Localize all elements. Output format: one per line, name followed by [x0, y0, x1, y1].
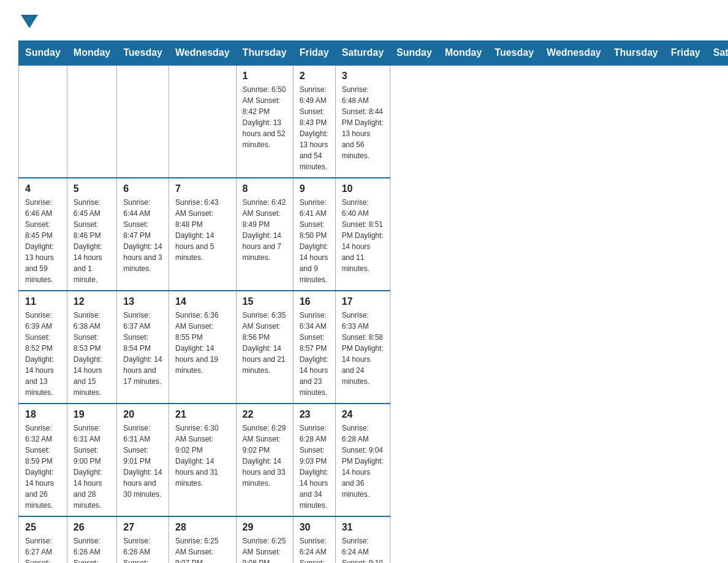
calendar-cell: 21Sunrise: 6:30 AM Sunset: 9:02 PM Dayli…: [169, 404, 236, 516]
day-info: Sunrise: 6:40 AM Sunset: 8:51 PM Dayligh…: [342, 197, 384, 274]
day-info: Sunrise: 6:34 AM Sunset: 8:57 PM Dayligh…: [300, 310, 329, 398]
calendar-cell: 17Sunrise: 6:33 AM Sunset: 8:58 PM Dayli…: [335, 291, 390, 404]
day-number: 11: [25, 296, 61, 307]
calendar-cell: 12Sunrise: 6:38 AM Sunset: 8:53 PM Dayli…: [67, 291, 116, 404]
day-number: 28: [175, 522, 230, 533]
page-header: [18, 12, 710, 28]
day-info: Sunrise: 6:26 AM Sunset: 9:07 PM Dayligh…: [123, 535, 162, 563]
day-info: Sunrise: 6:26 AM Sunset: 9:06 PM Dayligh…: [74, 535, 110, 563]
calendar-cell: 19Sunrise: 6:31 AM Sunset: 9:00 PM Dayli…: [67, 404, 116, 516]
day-info: Sunrise: 6:29 AM Sunset: 9:02 PM Dayligh…: [243, 423, 287, 489]
logo-triangle-icon: [21, 15, 38, 28]
day-of-week-header: Friday: [293, 41, 335, 66]
calendar-cell: 28Sunrise: 6:25 AM Sunset: 9:07 PM Dayli…: [169, 516, 236, 563]
day-of-week-header: Thursday: [607, 41, 664, 66]
day-info: Sunrise: 6:42 AM Sunset: 8:49 PM Dayligh…: [243, 197, 287, 263]
day-of-week-header: Saturday: [707, 41, 728, 66]
day-of-week-header: Friday: [664, 41, 707, 66]
calendar-cell: 31Sunrise: 6:24 AM Sunset: 9:10 PM Dayli…: [335, 516, 390, 563]
calendar-week-row: 18Sunrise: 6:32 AM Sunset: 8:59 PM Dayli…: [19, 404, 729, 516]
calendar-cell: 6Sunrise: 6:44 AM Sunset: 8:47 PM Daylig…: [117, 178, 169, 291]
calendar-cell: [169, 65, 236, 178]
calendar-cell: 30Sunrise: 6:24 AM Sunset: 9:09 PM Dayli…: [293, 516, 335, 563]
day-info: Sunrise: 6:32 AM Sunset: 8:59 PM Dayligh…: [25, 423, 61, 511]
calendar-cell: 26Sunrise: 6:26 AM Sunset: 9:06 PM Dayli…: [67, 516, 116, 563]
day-number: 24: [342, 409, 384, 420]
day-of-week-header: Sunday: [390, 41, 439, 66]
calendar-week-row: 4Sunrise: 6:46 AM Sunset: 8:45 PM Daylig…: [19, 178, 729, 291]
day-info: Sunrise: 6:28 AM Sunset: 9:04 PM Dayligh…: [342, 423, 384, 500]
calendar-table: SundayMondayTuesdayWednesdayThursdayFrid…: [18, 40, 728, 563]
calendar-cell: 5Sunrise: 6:45 AM Sunset: 8:46 PM Daylig…: [67, 178, 116, 291]
day-info: Sunrise: 6:27 AM Sunset: 9:05 PM Dayligh…: [25, 535, 61, 563]
logo: [18, 12, 38, 28]
calendar-header-row: SundayMondayTuesdayWednesdayThursdayFrid…: [19, 41, 729, 66]
day-number: 27: [123, 522, 162, 533]
day-info: Sunrise: 6:48 AM Sunset: 8:44 PM Dayligh…: [342, 84, 384, 161]
day-number: 9: [300, 183, 329, 194]
day-of-week-header: Saturday: [335, 41, 390, 66]
day-info: Sunrise: 6:45 AM Sunset: 8:46 PM Dayligh…: [74, 197, 110, 285]
day-info: Sunrise: 6:30 AM Sunset: 9:02 PM Dayligh…: [175, 423, 230, 489]
calendar-cell: 15Sunrise: 6:35 AM Sunset: 8:56 PM Dayli…: [236, 291, 293, 404]
calendar-cell: 2Sunrise: 6:49 AM Sunset: 8:43 PM Daylig…: [293, 65, 335, 178]
day-of-week-header: Wednesday: [540, 41, 608, 66]
day-number: 18: [25, 409, 61, 420]
day-number: 6: [123, 183, 162, 194]
calendar-cell: 23Sunrise: 6:28 AM Sunset: 9:03 PM Dayli…: [293, 404, 335, 516]
day-info: Sunrise: 6:28 AM Sunset: 9:03 PM Dayligh…: [300, 423, 329, 511]
day-info: Sunrise: 6:35 AM Sunset: 8:56 PM Dayligh…: [243, 310, 287, 376]
day-info: Sunrise: 6:44 AM Sunset: 8:47 PM Dayligh…: [123, 197, 162, 274]
day-of-week-header: Wednesday: [169, 41, 236, 66]
calendar-cell: 25Sunrise: 6:27 AM Sunset: 9:05 PM Dayli…: [19, 516, 67, 563]
calendar-cell: 16Sunrise: 6:34 AM Sunset: 8:57 PM Dayli…: [293, 291, 335, 404]
day-number: 23: [300, 409, 329, 420]
day-info: Sunrise: 6:38 AM Sunset: 8:53 PM Dayligh…: [74, 310, 110, 398]
day-info: Sunrise: 6:37 AM Sunset: 8:54 PM Dayligh…: [123, 310, 162, 387]
calendar-cell: [67, 65, 116, 178]
calendar-cell: [19, 65, 67, 178]
day-number: 21: [175, 409, 230, 420]
day-number: 8: [243, 183, 287, 194]
day-number: 1: [243, 71, 287, 82]
day-info: Sunrise: 6:31 AM Sunset: 9:00 PM Dayligh…: [74, 423, 110, 511]
day-info: Sunrise: 6:50 AM Sunset: 8:42 PM Dayligh…: [243, 84, 287, 150]
day-number: 7: [175, 183, 230, 194]
day-info: Sunrise: 6:43 AM Sunset: 8:48 PM Dayligh…: [175, 197, 230, 263]
calendar-cell: 20Sunrise: 6:31 AM Sunset: 9:01 PM Dayli…: [117, 404, 169, 516]
day-number: 10: [342, 183, 384, 194]
day-info: Sunrise: 6:24 AM Sunset: 9:09 PM Dayligh…: [300, 535, 329, 563]
calendar-cell: 14Sunrise: 6:36 AM Sunset: 8:55 PM Dayli…: [169, 291, 236, 404]
day-number: 17: [342, 296, 384, 307]
calendar-cell: 11Sunrise: 6:39 AM Sunset: 8:52 PM Dayli…: [19, 291, 67, 404]
calendar-cell: 22Sunrise: 6:29 AM Sunset: 9:02 PM Dayli…: [236, 404, 293, 516]
day-info: Sunrise: 6:41 AM Sunset: 8:50 PM Dayligh…: [300, 197, 329, 285]
day-number: 5: [74, 183, 110, 194]
calendar-week-row: 11Sunrise: 6:39 AM Sunset: 8:52 PM Dayli…: [19, 291, 729, 404]
calendar-cell: 10Sunrise: 6:40 AM Sunset: 8:51 PM Dayli…: [335, 178, 390, 291]
day-of-week-header: Tuesday: [488, 41, 540, 66]
calendar-cell: [117, 65, 169, 178]
day-number: 26: [74, 522, 110, 533]
calendar-cell: 4Sunrise: 6:46 AM Sunset: 8:45 PM Daylig…: [19, 178, 67, 291]
calendar-cell: 24Sunrise: 6:28 AM Sunset: 9:04 PM Dayli…: [335, 404, 390, 516]
day-info: Sunrise: 6:25 AM Sunset: 9:07 PM Dayligh…: [175, 535, 230, 563]
day-number: 12: [74, 296, 110, 307]
day-number: 25: [25, 522, 61, 533]
day-number: 20: [123, 409, 162, 420]
day-info: Sunrise: 6:31 AM Sunset: 9:01 PM Dayligh…: [123, 423, 162, 500]
day-number: 19: [74, 409, 110, 420]
day-info: Sunrise: 6:36 AM Sunset: 8:55 PM Dayligh…: [175, 310, 230, 376]
calendar-cell: 8Sunrise: 6:42 AM Sunset: 8:49 PM Daylig…: [236, 178, 293, 291]
calendar-cell: 7Sunrise: 6:43 AM Sunset: 8:48 PM Daylig…: [169, 178, 236, 291]
calendar-cell: 27Sunrise: 6:26 AM Sunset: 9:07 PM Dayli…: [117, 516, 169, 563]
day-number: 30: [300, 522, 329, 533]
day-info: Sunrise: 6:24 AM Sunset: 9:10 PM Dayligh…: [342, 535, 384, 563]
calendar-cell: 9Sunrise: 6:41 AM Sunset: 8:50 PM Daylig…: [293, 178, 335, 291]
calendar-cell: 18Sunrise: 6:32 AM Sunset: 8:59 PM Dayli…: [19, 404, 67, 516]
calendar-cell: 29Sunrise: 6:25 AM Sunset: 9:08 PM Dayli…: [236, 516, 293, 563]
calendar-week-row: 25Sunrise: 6:27 AM Sunset: 9:05 PM Dayli…: [19, 516, 729, 563]
day-number: 29: [243, 522, 287, 533]
day-of-week-header: Tuesday: [117, 41, 169, 66]
day-info: Sunrise: 6:46 AM Sunset: 8:45 PM Dayligh…: [25, 197, 61, 285]
